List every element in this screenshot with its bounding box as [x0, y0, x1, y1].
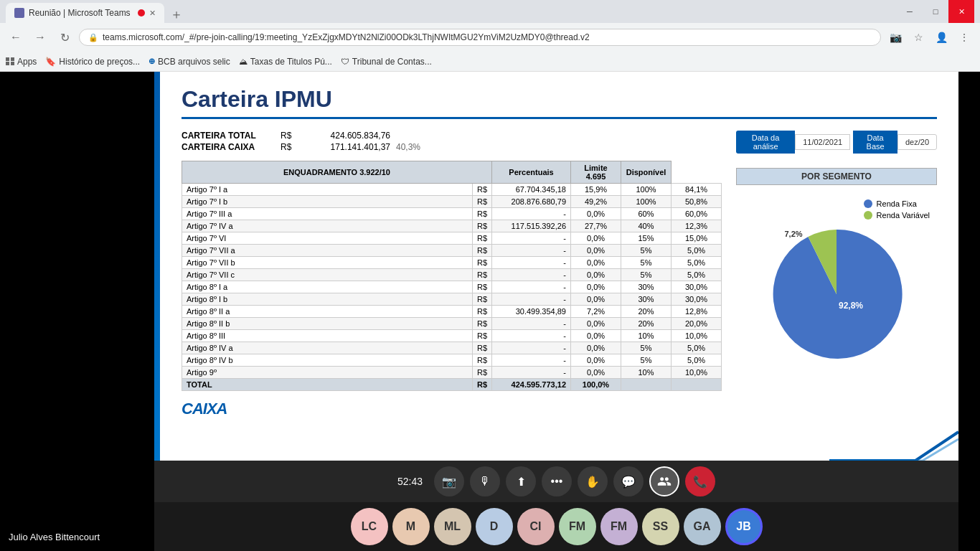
- reload-button[interactable]: ↻: [55, 27, 75, 47]
- participant-avatar-4[interactable]: CI: [517, 508, 555, 545]
- hand-button[interactable]: ✋: [578, 466, 608, 496]
- participant-avatar-0[interactable]: LC: [351, 508, 388, 545]
- table-row: Artigo 8º I b R$ - 0,0% 30% 30,0%: [182, 293, 722, 306]
- row-avail: 60,0%: [672, 208, 722, 220]
- blue-accent-left: [154, 72, 160, 461]
- row-value: -: [492, 354, 571, 367]
- carteira-caixa-value: 171.141.401,37: [304, 142, 390, 152]
- camera-icon[interactable]: 📷: [885, 27, 905, 47]
- row-pct: 0,0%: [571, 354, 621, 367]
- row-item: Artigo 7º VI: [182, 232, 473, 245]
- col-limite: Limite 4.695: [571, 161, 621, 184]
- maximize-button[interactable]: □: [923, 0, 948, 23]
- participants-button[interactable]: [649, 466, 679, 496]
- row-item: Artigo 7º I b: [182, 196, 473, 208]
- row-limit: 30%: [621, 293, 672, 306]
- row-pct: 0,0%: [571, 330, 621, 342]
- row-limit: 20%: [621, 306, 672, 318]
- row-currency: R$: [472, 245, 491, 257]
- slide-title: Carteira IPMU: [182, 86, 332, 117]
- row-currency: R$: [472, 232, 491, 245]
- participant-avatar-8[interactable]: GA: [684, 508, 721, 545]
- row-currency: R$: [472, 269, 491, 281]
- minimize-button[interactable]: ─: [897, 0, 923, 23]
- row-item: Artigo 7º III a: [182, 208, 473, 220]
- participant-avatar-3[interactable]: D: [476, 508, 513, 545]
- menu-icon[interactable]: ⋮: [954, 27, 974, 47]
- video-button[interactable]: 📷: [434, 466, 464, 496]
- row-currency: R$: [472, 257, 491, 269]
- renda-fixa-dot: [864, 199, 872, 208]
- carteira-caixa-pct: 40,3%: [396, 142, 420, 152]
- row-item: Artigo 8º I a: [182, 281, 473, 293]
- share-button[interactable]: ⬆: [506, 466, 536, 496]
- row-limit: 30%: [621, 281, 672, 293]
- address-bar[interactable]: 🔒 teams.microsoft.com/_#/pre-join-callin…: [79, 29, 881, 46]
- row-pct: 0,0%: [571, 257, 621, 269]
- pie-chart-svg: 92,8% 7,2%: [765, 222, 908, 366]
- date-base-label[interactable]: Data Base: [853, 131, 897, 154]
- blue-decoration: [829, 425, 958, 461]
- participant-avatar-2[interactable]: ML: [434, 508, 471, 545]
- bookmark-taxas[interactable]: ⛰ Taxas de Titulos Pú...: [239, 57, 332, 67]
- col-enquadramento: ENQUADRAMENTO 3.922/10: [182, 161, 492, 184]
- row-value: -: [492, 208, 571, 220]
- row-limit: 100%: [621, 196, 672, 208]
- chat-button[interactable]: 💬: [613, 466, 644, 496]
- carteira-total-currency: R$: [281, 131, 298, 141]
- row-avail: 5,0%: [672, 342, 722, 354]
- row-limit: 20%: [621, 318, 672, 330]
- right-panel: [958, 72, 980, 551]
- participant-avatar-7[interactable]: SS: [642, 508, 679, 545]
- mute-button[interactable]: 🎙: [470, 466, 500, 496]
- table-row: Artigo 8º III R$ - 0,0% 10% 10,0%: [182, 330, 722, 342]
- slide-content: Carteira IPMU CARTEIRA TOTAL R$ 424.605.…: [154, 72, 958, 461]
- bookmark-bcb[interactable]: ⊕ BCB arquivos selic: [149, 57, 230, 67]
- table-row: Artigo 7º VII b R$ - 0,0% 5% 5,0%: [182, 257, 722, 269]
- browser-chrome: Reunião | Microsoft Teams ✕ ＋ ─ □ ✕ ← → …: [0, 0, 980, 72]
- pie-slice-renda-fixa: [773, 230, 903, 359]
- participants-bar: LCMMLDCIFMFMSSGAJB: [154, 502, 958, 551]
- row-currency: R$: [472, 196, 491, 208]
- row-item: Artigo 8º IV a: [182, 342, 473, 354]
- active-tab[interactable]: Reunião | Microsoft Teams ✕: [6, 3, 164, 23]
- table-row: Artigo 9º R$ - 0,0% 10% 10,0%: [182, 367, 722, 379]
- participant-avatar-5[interactable]: FM: [559, 508, 596, 545]
- bookmark-tribunal[interactable]: 🛡 Tribunal de Contas...: [341, 57, 432, 67]
- row-value: -: [492, 257, 571, 269]
- tab-close-btn[interactable]: ✕: [149, 9, 156, 18]
- forward-button[interactable]: →: [30, 27, 50, 47]
- participant-avatar-9[interactable]: JB: [725, 508, 763, 545]
- row-value: -: [492, 269, 571, 281]
- bookmark-historico[interactable]: 🔖 Histórico de preços...: [45, 57, 140, 67]
- row-pct: 0,0%: [571, 269, 621, 281]
- carteira-total-label: CARTEIRA TOTAL: [182, 131, 275, 141]
- row-pct: 0,0%: [571, 293, 621, 306]
- row-avail: 20,0%: [672, 318, 722, 330]
- table-row: Artigo 7º VI R$ - 0,0% 15% 15,0%: [182, 232, 722, 245]
- table-row: Artigo 7º I b R$ 208.876.680,79 49,2% 10…: [182, 196, 722, 208]
- more-button[interactable]: •••: [542, 466, 572, 496]
- date-analysis-label[interactable]: Data da análise: [736, 131, 795, 154]
- table-row: Artigo 7º IV a R$ 117.515.392,26 27,7% 4…: [182, 220, 722, 232]
- row-currency: R$: [472, 306, 491, 318]
- bookmark-apps[interactable]: Apps: [6, 57, 37, 67]
- nav-bar: ← → ↻ 🔒 teams.microsoft.com/_#/pre-join-…: [0, 23, 980, 52]
- row-avail: 50,8%: [672, 196, 722, 208]
- slide-left: CARTEIRA TOTAL R$ 424.605.834,76 CARTEIR…: [182, 131, 722, 418]
- row-avail: 30,0%: [672, 293, 722, 306]
- account-icon[interactable]: 👤: [931, 27, 951, 47]
- row-item: Artigo 8º II a: [182, 306, 473, 318]
- bookmark-star-icon[interactable]: ☆: [908, 27, 928, 47]
- new-tab-button[interactable]: ＋: [164, 6, 189, 23]
- row-avail: 84,1%: [672, 184, 722, 196]
- carteira-caixa-label: CARTEIRA CAIXA: [182, 142, 275, 152]
- table-row: Artigo 7º I a R$ 67.704.345,18 15,9% 100…: [182, 184, 722, 196]
- close-button[interactable]: ✕: [948, 0, 974, 23]
- back-button[interactable]: ←: [6, 27, 26, 47]
- participant-avatar-6[interactable]: FM: [600, 508, 638, 545]
- participant-avatar-1[interactable]: M: [392, 508, 430, 545]
- caixa-logo-area: CAIXA: [182, 400, 722, 418]
- end-call-button[interactable]: 📞: [685, 466, 715, 496]
- row-limit: 10%: [621, 367, 672, 379]
